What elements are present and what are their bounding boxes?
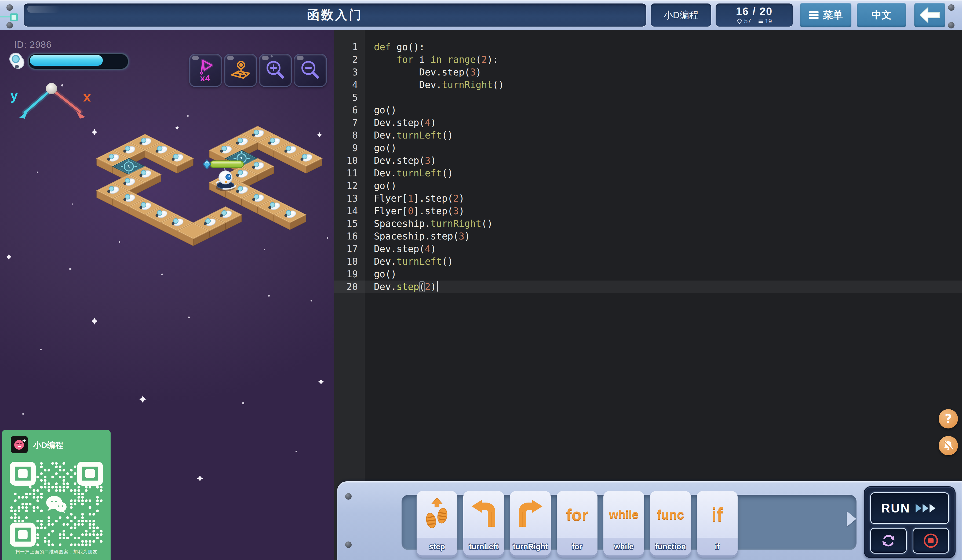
code-line[interactable]: 12go() <box>334 179 962 192</box>
token: in <box>431 54 442 65</box>
code-line[interactable]: 10Dev.step(3) <box>334 154 962 167</box>
code-line[interactable]: 4 Dev.turnRight() <box>334 79 962 91</box>
game-viewport[interactable]: y x ID: 2986 <box>0 30 334 560</box>
progress-button[interactable]: 16 / 20 57 19 <box>716 3 793 27</box>
line-number: 20 <box>334 281 365 293</box>
energy-bar-fill <box>30 55 103 66</box>
block-card-function[interactable]: funcfunction <box>650 491 691 555</box>
token: step <box>397 281 419 292</box>
code-editor[interactable]: 1def go():2 for i in range(2):3 Dev.step… <box>334 30 962 560</box>
zoom-in-button[interactable] <box>259 54 292 87</box>
code-line[interactable]: 14Flyer[0].step(3) <box>334 205 962 218</box>
token: 3 <box>425 155 431 166</box>
code-line[interactable]: 13Flyer[1].step(2) <box>334 192 962 205</box>
star-sparkle <box>139 395 147 403</box>
level-title-bar: 函数入门 <box>24 3 646 27</box>
zoom-out-button[interactable] <box>294 54 327 87</box>
map-pin-icon <box>228 58 253 83</box>
code-line[interactable]: 20Dev.step(2) <box>334 281 962 293</box>
token <box>391 42 397 52</box>
stop-button[interactable] <box>913 528 949 554</box>
block-label: while <box>614 542 634 551</box>
svg-text:x4: x4 <box>200 73 210 83</box>
code-text: Dev.turnLeft() <box>365 168 453 179</box>
code-line[interactable]: 16Spaceship.step(3) <box>334 230 962 243</box>
token: . <box>391 117 397 128</box>
code-line[interactable]: 15Spaceship.turnRight() <box>334 218 962 230</box>
token: . <box>391 155 397 166</box>
block-label: step <box>429 542 445 551</box>
reset-button[interactable] <box>870 528 907 554</box>
block-card-turnLeft[interactable]: turnLeft <box>463 491 504 555</box>
token: ) <box>431 155 436 166</box>
code-line[interactable]: 3 Dev.step(3) <box>334 66 962 79</box>
gem-count: 57 <box>744 18 751 25</box>
play-arrows-icon <box>915 503 938 513</box>
line-count: 19 <box>765 18 772 25</box>
code-line[interactable]: 11Dev.turnLeft() <box>334 167 962 179</box>
token: step <box>397 117 419 128</box>
glint <box>27 6 60 13</box>
token: 2 <box>481 54 487 65</box>
token: ( <box>419 281 425 292</box>
reset-icon <box>880 532 897 549</box>
brand-button[interactable]: 小D编程 <box>650 3 711 27</box>
token: () <box>442 256 453 267</box>
code-line[interactable]: 19go() <box>334 268 962 281</box>
token: ]. <box>414 206 425 216</box>
block-card-if[interactable]: ifif <box>697 491 738 555</box>
menu-button[interactable]: 菜单 <box>800 3 851 27</box>
run-button[interactable]: RUN <box>870 492 949 524</box>
help-button[interactable]: ? <box>939 409 958 428</box>
block-label: function <box>655 542 686 551</box>
connector-line <box>0 16 11 18</box>
token: step <box>397 155 419 166</box>
code-lines[interactable]: 1def go():2 for i in range(2):3 Dev.step… <box>334 41 962 293</box>
hamburger-icon <box>809 10 819 19</box>
code-text: Flyer[1].step(2) <box>365 193 464 204</box>
star <box>187 115 189 117</box>
line-number: 12 <box>334 179 365 192</box>
code-line[interactable]: 2 for i in range(2): <box>334 53 962 66</box>
code-line[interactable]: 5 <box>334 91 962 104</box>
code-line[interactable]: 7Dev.step(4) <box>334 116 962 129</box>
code-text: go() <box>365 181 397 191</box>
map-button[interactable] <box>224 54 257 87</box>
run-controls: RUN <box>864 486 956 558</box>
code-line[interactable]: 18Dev.turnLeft() <box>334 255 962 268</box>
block-card-while[interactable]: whilewhile <box>604 491 644 555</box>
block-card-step[interactable]: step <box>416 491 457 555</box>
back-button[interactable] <box>914 3 945 27</box>
gem-marker <box>203 160 211 169</box>
qr-account-name: 小D编程 <box>33 440 63 451</box>
block-card-for[interactable]: forfor <box>557 491 597 555</box>
axes-origin-sphere <box>46 83 57 94</box>
code-line[interactable]: 17Dev.step(4) <box>334 243 962 255</box>
token: ( <box>464 67 470 77</box>
line-number: 14 <box>334 205 365 218</box>
line-number: 1 <box>334 41 365 53</box>
token: Dev <box>374 117 391 128</box>
line-number: 13 <box>334 192 365 205</box>
token: ( <box>453 231 459 242</box>
token: turnLeft <box>397 256 442 267</box>
star-sparkle <box>175 126 179 130</box>
token: go <box>374 181 385 191</box>
code-line[interactable]: 1def go(): <box>334 41 962 53</box>
qr-caption: 扫一扫上面的二维码图案，加我为朋友 <box>2 549 111 555</box>
tray-scroll-arrow-icon[interactable] <box>847 512 856 526</box>
token: step <box>431 231 453 242</box>
speed-button[interactable]: x4 <box>189 54 222 87</box>
block-card-turnRight[interactable]: turnRight <box>510 491 551 555</box>
hints-toggle-button[interactable] <box>939 436 958 455</box>
star <box>22 413 24 415</box>
token: i <box>419 54 425 65</box>
language-button[interactable]: 中文 <box>857 3 906 27</box>
code-text: Dev.step(4) <box>365 244 436 254</box>
code-line[interactable]: 8Dev.turnLeft() <box>334 129 962 142</box>
code-line[interactable]: 6go() <box>334 104 962 116</box>
code-line[interactable]: 9go() <box>334 142 962 154</box>
code-text: Spaceship.turnRight() <box>365 218 493 229</box>
token: . <box>391 244 397 254</box>
line-number: 3 <box>334 66 365 79</box>
